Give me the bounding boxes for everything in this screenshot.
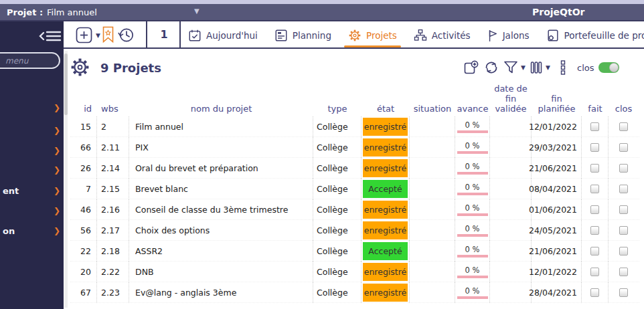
bookmark-star-icon[interactable]	[102, 26, 114, 43]
cell-project-name[interactable]: Brevet blanc	[129, 179, 313, 199]
clos-checkbox[interactable]	[619, 143, 628, 152]
sidebar-item-3[interactable]: ❯	[0, 145, 64, 157]
cell-wbs: 2.23	[97, 282, 129, 303]
tab-projets[interactable]: Projets	[348, 21, 397, 49]
header-nom-du-projet[interactable]: nom du projet	[129, 104, 313, 114]
cell-id: 7	[70, 179, 97, 199]
cell-type: Collège	[313, 116, 361, 137]
table-row[interactable]: 7 2.15 Brevet blanc Collège Accepté 0 % …	[70, 179, 639, 199]
clos-checkbox[interactable]	[619, 268, 628, 276]
add-button[interactable]	[76, 27, 92, 43]
header-etat[interactable]: état	[361, 104, 410, 114]
sidebar-item-label: on	[3, 226, 15, 236]
cell-project-name[interactable]: ASSR2	[129, 241, 313, 262]
more-options-icon[interactable]	[560, 60, 566, 76]
tab-planning[interactable]: Planning	[274, 21, 331, 49]
refresh-icon[interactable]	[483, 60, 499, 76]
cell-clos	[609, 116, 639, 137]
sidebar-item-5[interactable]: ent❯	[0, 185, 64, 197]
clos-checkbox[interactable]	[619, 205, 628, 214]
table-row[interactable]: 46 2.16 Conseil de classe du 3ème trimes…	[70, 199, 639, 220]
columns-icon[interactable]	[530, 60, 543, 75]
cell-etat: Accepté	[361, 241, 410, 262]
tab-aujourdhui[interactable]: Aujourd'hui	[188, 21, 258, 49]
chevron-right-icon: ❯	[54, 206, 60, 215]
toolbar-divider	[179, 21, 181, 49]
cell-id: 20	[70, 262, 97, 282]
clos-checkbox[interactable]	[619, 122, 628, 131]
cell-project-name[interactable]: Ev@lang - anglais 3ème	[129, 282, 313, 303]
sidebar-item-6[interactable]: ❯	[0, 205, 64, 217]
clos-checkbox[interactable]	[619, 164, 628, 173]
progress-value: 0 %	[465, 141, 480, 150]
table-body: 15 2 Film annuel Collège enregistré 0 % …	[70, 116, 639, 303]
cell-project-name[interactable]: Conseil de classe du 3ème trimestre	[129, 199, 313, 220]
cell-project-name[interactable]: Oral du brevet et préparation	[129, 158, 313, 179]
fait-checkbox[interactable]	[590, 247, 599, 255]
clos-checkbox[interactable]	[619, 247, 628, 255]
fait-checkbox[interactable]	[590, 143, 599, 152]
add-dropdown-caret-icon[interactable]: ▼	[96, 32, 100, 39]
table-row[interactable]: 66 2.11 PIX Collège enregistré 0 % 29/03…	[70, 137, 639, 158]
table-row[interactable]: 22 2.18 ASSR2 Collège Accepté 0 % 21/06/…	[70, 241, 639, 262]
tab-jalons[interactable]: Jalons	[487, 21, 530, 49]
fait-checkbox[interactable]	[590, 226, 599, 235]
table-row[interactable]: 56 2.17 Choix des options Collège enregi…	[70, 220, 639, 241]
cell-type: Collège	[313, 262, 361, 282]
cell-type: Collège	[313, 137, 361, 158]
cell-fait	[582, 116, 609, 137]
sidebar-item-7[interactable]: on❯	[0, 225, 64, 237]
header-avance[interactable]: avance	[455, 104, 490, 114]
cell-project-name[interactable]: Choix des options	[129, 220, 313, 241]
header-id[interactable]: id	[70, 104, 97, 114]
add-report-icon[interactable]	[463, 60, 479, 76]
clos-toggle[interactable]	[598, 62, 619, 73]
clos-checkbox[interactable]	[619, 288, 628, 297]
cell-date-fin-validee	[490, 282, 532, 303]
clos-checkbox[interactable]	[619, 185, 628, 193]
fait-checkbox[interactable]	[590, 268, 599, 276]
cell-project-name[interactable]: Film annuel	[129, 116, 313, 137]
progress-value: 0 %	[465, 245, 480, 254]
cell-project-name[interactable]: PIX	[129, 137, 313, 158]
cell-wbs: 2.18	[97, 241, 129, 262]
columns-caret-icon[interactable]: ▼	[546, 64, 550, 71]
sidebar-item-4[interactable]: ❯	[0, 165, 64, 177]
toolbar: ▼ 1 Aujourd'hui	[64, 21, 644, 49]
sidebar-item-1[interactable]: ❯	[0, 102, 64, 114]
fait-checkbox[interactable]	[590, 205, 599, 214]
cell-id: 15	[70, 116, 97, 137]
cell-project-name[interactable]: DNB	[129, 262, 313, 282]
table-row[interactable]: 67 2.23 Ev@lang - anglais 3ème Collège e…	[70, 282, 639, 303]
table-row[interactable]: 20 2.22 DNB Collège enregistré 0 % 12/01…	[70, 262, 639, 282]
history-clock-icon[interactable]	[117, 26, 135, 44]
cell-fin-planifiee: 01/06/2021	[532, 199, 582, 220]
filter-caret-icon[interactable]: ▼	[521, 64, 526, 71]
cell-type: Collège	[313, 158, 361, 179]
header-situation[interactable]: situation	[410, 104, 455, 114]
header-date-fin-validee[interactable]: date de fin validée	[490, 84, 532, 114]
cell-date-fin-validee	[490, 158, 532, 179]
filter-icon[interactable]	[503, 60, 518, 75]
fait-checkbox[interactable]	[590, 122, 599, 131]
clos-checkbox[interactable]	[619, 226, 628, 235]
header-wbs[interactable]: wbs	[97, 104, 129, 114]
cell-situation	[410, 262, 455, 282]
content-scrollbar-thumb[interactable]	[64, 54, 68, 115]
project-select-caret-icon[interactable]: ▼	[194, 7, 199, 15]
tab-portefeuille[interactable]: Portefeuille de projets	[546, 21, 644, 49]
table-row[interactable]: 15 2 Film annuel Collège enregistré 0 % …	[70, 116, 639, 137]
fait-checkbox[interactable]	[590, 288, 599, 297]
fait-checkbox[interactable]	[590, 164, 599, 173]
fait-checkbox[interactable]	[590, 185, 599, 193]
top-bar: Projet : Film annuel ▼ ProjeQtOr	[0, 4, 644, 21]
header-clos[interactable]: clos	[609, 104, 639, 114]
cell-clos	[609, 179, 639, 199]
table-row[interactable]: 26 2.14 Oral du brevet et préparation Co…	[70, 158, 639, 179]
header-fin-planifiee[interactable]: fin planifiée	[532, 94, 582, 114]
sidebar-item-2[interactable]: ❯	[0, 125, 64, 137]
project-select-value[interactable]: Film annuel	[47, 7, 97, 17]
tab-activites[interactable]: Activités	[414, 21, 471, 49]
header-type[interactable]: type	[313, 104, 361, 114]
header-fait[interactable]: fait	[582, 104, 609, 114]
